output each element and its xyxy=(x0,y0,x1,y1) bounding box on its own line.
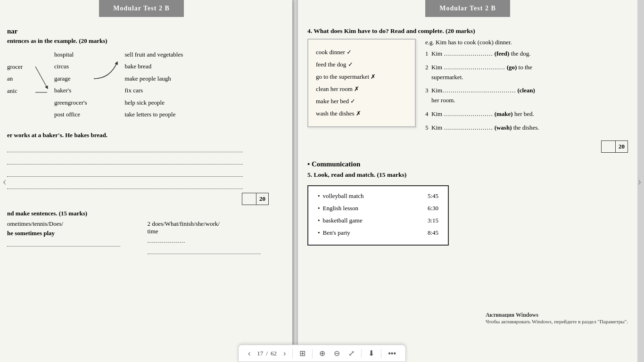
dotted-line-2 xyxy=(7,154,243,165)
bottom-toolbar: ‹ 17 / 62 › ⊞ ⊕ ⊖ ⤢ ⬇ ••• xyxy=(238,345,406,362)
right-word-3: make people laugh xyxy=(124,74,183,83)
left-word-5: greengrocer's xyxy=(54,98,87,107)
sentence-col2-dots: ................... xyxy=(148,237,279,245)
grammar-section: nar entences as in the example. (20 mark… xyxy=(5,27,278,254)
note-item-1: cook dinner ✓ xyxy=(316,46,407,58)
svg-line-0 xyxy=(35,66,47,88)
page-slash: / xyxy=(266,350,268,357)
page-indicator: 17 / 62 xyxy=(257,350,277,357)
schedule-label-1: volleyball match xyxy=(323,191,364,201)
bullet-1: • xyxy=(318,191,320,201)
note-card: cook dinner ✓ feed the dog ✓ go to the s… xyxy=(307,39,416,127)
toolbar-zoom-in-btn[interactable]: ⊕ xyxy=(317,348,327,359)
left-instructions: entences as in the example. (20 marks) xyxy=(7,37,278,45)
schedule-time-1: 5:45 xyxy=(428,191,438,201)
toolbar-more-btn[interactable]: ••• xyxy=(386,348,398,359)
left-page: Modular Test 2 B nar entences as in the … xyxy=(0,0,292,362)
schedule-label-3: basketball game xyxy=(323,215,363,226)
dotted-line-short-2 xyxy=(148,245,261,254)
q4-item-4: 4 Kim …………………… (make) her bed. xyxy=(425,109,628,119)
left-word-4: baker's xyxy=(54,85,87,95)
note-item-2: feed the dog ✓ xyxy=(316,58,407,71)
schedule-time-4: 8:45 xyxy=(428,228,438,238)
dotted-line-short-1 xyxy=(7,237,120,247)
sentence-col1-answer: he sometimes play xyxy=(7,230,138,237)
sentence-col1-label: ometimes/tennis/Does/ xyxy=(7,220,138,228)
toolbar-download-btn[interactable]: ⬇ xyxy=(366,348,376,359)
prefix-word-1: grocer xyxy=(7,62,31,72)
left-word-3: garage xyxy=(54,74,87,83)
toolbar-divider-2 xyxy=(312,349,313,358)
dotted-lines xyxy=(7,142,278,189)
q4-layout: cook dinner ✓ feed the dog ✓ go to the s… xyxy=(307,39,628,137)
toolbar-divider-4 xyxy=(381,349,381,358)
prefix-word-3: anic xyxy=(7,86,31,96)
schedule-box: • volleyball match 5:45 • English lesson… xyxy=(307,185,449,246)
schedule-item-1: • volleyball match 5:45 xyxy=(318,191,438,201)
score-value-4: 20 xyxy=(616,142,627,151)
page-container: ‹ Modular Test 2 B nar entences as in th… xyxy=(0,0,644,362)
question-4: 4. What does Kim have to do? Read and co… xyxy=(307,27,628,153)
toolbar-zoom-out-btn[interactable]: ⊖ xyxy=(332,348,342,359)
q4-item-2: 2 Kim ………………………… (go) to the supermarket… xyxy=(425,63,628,82)
q5-title: 5. Look, read and match. (15 marks) xyxy=(307,171,628,179)
left-word-2: circus xyxy=(54,61,87,71)
left-word-1: hospital xyxy=(54,49,87,59)
left-word-6: post office xyxy=(54,109,87,119)
toolbar-grid-btn[interactable]: ⊞ xyxy=(297,348,307,359)
page-current: 17 xyxy=(257,350,263,357)
toolbar-divider-3 xyxy=(361,349,362,358)
schedule-item-4: • Ben's party 8:45 xyxy=(318,228,438,238)
matching-arrows xyxy=(35,62,50,114)
dotted-line-3 xyxy=(7,166,243,177)
right-word-6: take letters to people xyxy=(124,109,183,119)
nav-right-arrow[interactable]: › xyxy=(637,173,642,189)
example-sentence: er works at a baker's. He bakes bread. xyxy=(7,132,278,139)
right-word-1: sell fruit and vegetables xyxy=(124,49,183,59)
note-item-6: wash the dishes ✗ xyxy=(316,107,407,120)
q4-item-5: 5 Kim …………………… (wash) the dishes. xyxy=(425,123,628,133)
score-box-4: 20 xyxy=(307,140,628,153)
score-blank-1 xyxy=(242,193,256,205)
note-item-3: go to the supermarket ✗ xyxy=(316,71,407,83)
right-page: Modular Test 2 B 4. What does Kim have t… xyxy=(298,0,637,362)
dotted-line-1 xyxy=(7,142,243,152)
prefix-word-2: an xyxy=(7,74,31,83)
toolbar-prev-btn[interactable]: ‹ xyxy=(246,348,252,359)
bullet-4: • xyxy=(318,228,320,238)
connecting-lines xyxy=(91,49,120,125)
right-word-2: bake bread xyxy=(124,61,183,71)
windows-watermark: Активация Windows Чтобы активировать Win… xyxy=(486,312,628,324)
schedule-item-3: • basketball game 3:15 xyxy=(318,215,438,226)
communication-title: • Communication xyxy=(307,160,628,168)
watermark-title: Активация Windows xyxy=(486,312,628,319)
toolbar-fit-btn[interactable]: ⤢ xyxy=(347,348,356,359)
bullet-2: • xyxy=(318,203,320,214)
score-box-1: 20 xyxy=(7,193,269,205)
q4-sentences: e.g. Kim has to cook (cook) dinner. 1 Ki… xyxy=(425,39,628,137)
toolbar-divider-1 xyxy=(292,349,293,358)
q4-item-1: 1 Kim …………………… (feed) the dog. xyxy=(425,49,628,59)
grammar-title: nar xyxy=(7,27,278,35)
note-item-5: make her bed ✓ xyxy=(316,95,407,107)
right-header-banner: Modular Test 2 B xyxy=(425,0,510,17)
page-total: 62 xyxy=(271,350,277,357)
note-item-4: clean her room ✗ xyxy=(316,83,407,95)
dotted-line-4 xyxy=(7,179,243,189)
nav-left-arrow[interactable]: ‹ xyxy=(2,173,7,189)
schedule-time-2: 6:30 xyxy=(428,203,438,214)
bullet-3: • xyxy=(318,215,320,226)
schedule-item-2: • English lesson 6:30 xyxy=(318,203,438,214)
communication-section: • Communication 5. Look, read and match.… xyxy=(307,160,628,246)
sentence-col2-label: 2 does/What/finish/she/work/ time xyxy=(148,220,279,235)
right-word-5: help sick people xyxy=(124,98,183,107)
toolbar-next-btn[interactable]: › xyxy=(281,348,288,359)
q4-item-3: 3 Kim……………………………… (clean) her room. xyxy=(425,86,628,106)
left-header-banner: Modular Test 2 B xyxy=(99,0,184,17)
watermark-subtitle: Чтобы активировать Windows, перейдите в … xyxy=(486,319,628,324)
section2-title: nd make sentences. (15 marks) xyxy=(7,210,278,217)
q4-title: 4. What does Kim have to do? Read and co… xyxy=(307,27,628,35)
right-word-4: fix cars xyxy=(124,85,183,95)
schedule-label-4: Ben's party xyxy=(323,228,350,238)
schedule-time-3: 3:15 xyxy=(428,215,438,226)
